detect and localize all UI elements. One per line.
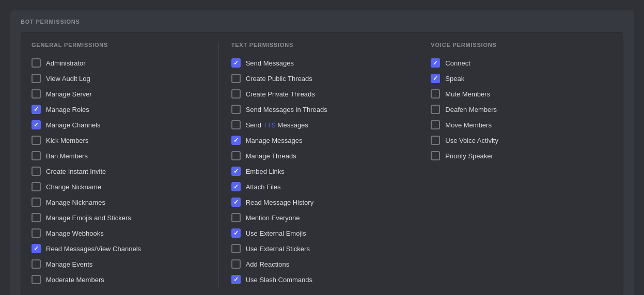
perm-item[interactable]: Read Messages/View Channels xyxy=(32,241,213,256)
checkbox[interactable] xyxy=(32,275,41,284)
checkbox[interactable] xyxy=(231,167,241,176)
perm-label: Embed Links xyxy=(246,168,285,175)
perm-item[interactable]: Mention Everyone xyxy=(231,210,413,225)
checkbox[interactable] xyxy=(431,105,440,114)
general-col-title: GENERAL PERMISSIONS xyxy=(32,42,213,48)
perm-item[interactable]: Use External Emojis xyxy=(231,225,413,241)
perm-item[interactable]: Use External Stickers xyxy=(231,241,413,256)
perm-label: Manage Events xyxy=(46,260,92,268)
perm-item[interactable]: Mute Members xyxy=(431,86,612,102)
perm-item[interactable]: Manage Emojis and Stickers xyxy=(32,210,213,225)
perm-label: Manage Threads xyxy=(246,152,296,160)
checkbox[interactable] xyxy=(431,120,440,129)
perm-item[interactable]: Add Reactions xyxy=(231,256,413,272)
perm-item[interactable]: Send TTS Messages xyxy=(231,117,413,133)
perm-label: View Audit Log xyxy=(46,75,90,83)
checkbox[interactable] xyxy=(32,182,41,191)
perm-label: Deafen Members xyxy=(445,106,497,113)
perm-item[interactable]: Embed Links xyxy=(231,163,413,179)
perm-item[interactable]: Moderate Members xyxy=(32,272,213,287)
checkbox[interactable] xyxy=(231,89,241,99)
checkbox[interactable] xyxy=(32,167,41,176)
perm-label: Use Slash Commands xyxy=(246,276,312,284)
checkbox[interactable] xyxy=(431,74,440,83)
perm-item[interactable]: Read Message History xyxy=(231,194,413,210)
checkbox[interactable] xyxy=(231,182,241,191)
voice-permissions-column: VOICE PERMISSIONS ConnectSpeakMute Membe… xyxy=(418,42,612,287)
checkbox[interactable] xyxy=(231,213,241,222)
perm-item[interactable]: Change Nickname xyxy=(32,179,213,194)
permissions-panel: GENERAL PERMISSIONS AdministratorView Au… xyxy=(21,32,623,295)
perm-item[interactable]: Manage Threads xyxy=(231,148,413,163)
checkbox[interactable] xyxy=(231,151,241,160)
perm-item[interactable]: Use Slash Commands xyxy=(231,272,413,287)
perm-label: Manage Nicknames xyxy=(46,199,105,206)
perm-item[interactable]: Create Instant Invite xyxy=(32,163,213,179)
perm-item[interactable]: Deafen Members xyxy=(431,102,612,117)
checkbox[interactable] xyxy=(231,275,241,284)
perm-label: Send TTS Messages xyxy=(246,121,308,129)
checkbox[interactable] xyxy=(32,74,41,83)
checkbox[interactable] xyxy=(231,136,241,145)
checkbox[interactable] xyxy=(32,136,41,145)
checkbox[interactable] xyxy=(231,105,241,114)
checkbox[interactable] xyxy=(32,89,41,99)
checkbox[interactable] xyxy=(32,259,41,269)
checkbox[interactable] xyxy=(431,136,440,145)
checkbox[interactable] xyxy=(32,198,41,207)
perm-item[interactable]: View Audit Log xyxy=(32,71,213,86)
perm-item[interactable]: Priority Speaker xyxy=(431,148,612,163)
perm-item[interactable]: Manage Nicknames xyxy=(32,194,213,210)
perm-item[interactable]: Manage Channels xyxy=(32,117,213,133)
voice-items-list: ConnectSpeakMute MembersDeafen MembersMo… xyxy=(431,55,612,163)
checkbox[interactable] xyxy=(231,74,241,83)
perm-item[interactable]: Administrator xyxy=(32,55,213,71)
perm-item[interactable]: Use Voice Activity xyxy=(431,133,612,148)
perm-label: Send Messages xyxy=(246,59,294,67)
perm-item[interactable]: Manage Events xyxy=(32,256,213,272)
checkbox[interactable] xyxy=(32,213,41,222)
perm-item[interactable]: Manage Webhooks xyxy=(32,225,213,241)
perm-item[interactable]: Ban Members xyxy=(32,148,213,163)
checkbox[interactable] xyxy=(231,228,241,238)
perm-label: Manage Messages xyxy=(246,137,303,144)
perm-label: Ban Members xyxy=(46,152,88,160)
checkbox[interactable] xyxy=(32,151,41,160)
checkbox[interactable] xyxy=(32,120,41,129)
perm-item[interactable]: Create Public Threads xyxy=(231,71,413,86)
perm-label: Create Public Threads xyxy=(246,75,312,83)
perm-label: Administrator xyxy=(46,59,86,67)
checkbox[interactable] xyxy=(231,259,241,269)
perm-label: Use External Emojis xyxy=(246,230,306,237)
perm-item[interactable]: Manage Messages xyxy=(231,133,413,148)
perm-label: Create Private Threads xyxy=(246,90,315,98)
perm-label: Mention Everyone xyxy=(246,214,300,222)
checkbox[interactable] xyxy=(231,58,241,68)
perm-label: Mute Members xyxy=(445,90,490,98)
checkbox[interactable] xyxy=(231,120,241,129)
perm-item[interactable]: Attach Files xyxy=(231,179,413,194)
perm-item[interactable]: Speak xyxy=(431,71,612,86)
checkbox[interactable] xyxy=(32,244,41,253)
checkbox[interactable] xyxy=(32,58,41,68)
checkbox[interactable] xyxy=(431,89,440,99)
perm-label: Manage Webhooks xyxy=(46,230,104,237)
section-title: BOT PERMISSIONS xyxy=(21,19,623,25)
perm-item[interactable]: Send Messages in Threads xyxy=(231,102,413,117)
perm-item[interactable]: Manage Roles xyxy=(32,102,213,117)
perm-label: Add Reactions xyxy=(246,260,290,268)
checkbox[interactable] xyxy=(32,228,41,238)
checkbox[interactable] xyxy=(431,151,440,160)
checkbox[interactable] xyxy=(231,198,241,207)
checkbox[interactable] xyxy=(431,58,440,68)
perm-label: Read Message History xyxy=(246,199,314,206)
perm-item[interactable]: Create Private Threads xyxy=(231,86,413,102)
perm-item[interactable]: Kick Members xyxy=(32,133,213,148)
perm-item[interactable]: Manage Server xyxy=(32,86,213,102)
perm-item[interactable]: Send Messages xyxy=(231,55,413,71)
perm-label: Change Nickname xyxy=(46,183,101,191)
perm-item[interactable]: Move Members xyxy=(431,117,612,133)
perm-item[interactable]: Connect xyxy=(431,55,612,71)
checkbox[interactable] xyxy=(231,244,241,253)
checkbox[interactable] xyxy=(32,105,41,114)
